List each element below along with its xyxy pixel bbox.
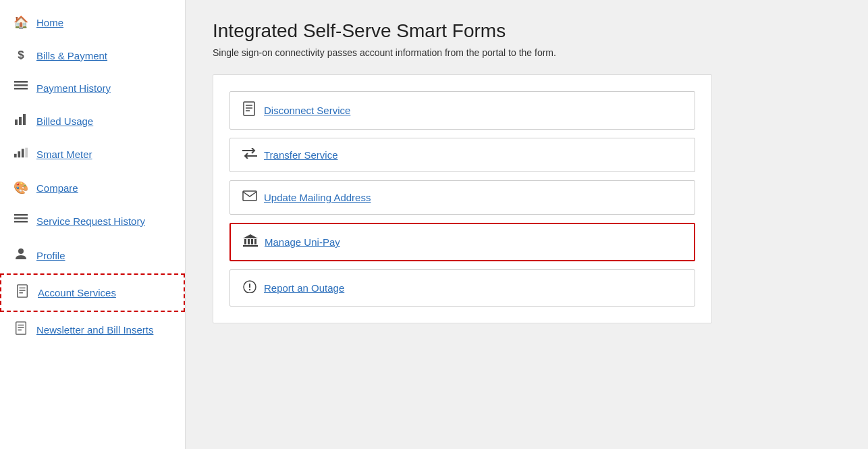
bank-icon <box>243 234 258 250</box>
update-mailing-button[interactable]: Update Mailing Address <box>229 180 695 215</box>
sidebar-item-label: Home <box>36 17 63 28</box>
sidebar-item-label: Smart Meter <box>36 149 92 160</box>
svg-rect-2 <box>14 88 28 90</box>
svg-rect-30 <box>251 239 253 244</box>
svg-rect-0 <box>14 81 28 83</box>
manage-uni-pay-label: Manage Uni-Pay <box>265 236 340 248</box>
signal-icon <box>13 147 28 161</box>
dollar-icon: $ <box>13 49 28 62</box>
svg-rect-22 <box>244 102 254 115</box>
svg-marker-27 <box>243 234 258 238</box>
home-icon: 🏠 <box>13 15 28 30</box>
svg-rect-32 <box>243 245 258 247</box>
disconnect-service-button[interactable]: Disconnect Service <box>229 91 695 130</box>
sidebar-item-label: Service Request History <box>36 215 145 227</box>
svg-rect-12 <box>14 221 28 223</box>
svg-rect-4 <box>19 117 22 125</box>
palette-icon: 🎨 <box>13 180 28 195</box>
svg-rect-7 <box>18 151 20 157</box>
sidebar-item-bills-payment[interactable]: $ Bills & Payment <box>0 39 185 72</box>
bar-chart-icon <box>13 114 28 128</box>
sidebar-item-label: Compare <box>36 182 78 194</box>
sidebar-item-label: Billed Usage <box>36 115 93 127</box>
sidebar-item-label: Payment History <box>36 82 111 94</box>
svg-rect-3 <box>15 120 18 125</box>
svg-rect-1 <box>14 84 28 86</box>
sidebar-item-compare[interactable]: 🎨 Compare <box>0 171 185 205</box>
sidebar-item-smart-meter[interactable]: Smart Meter <box>0 138 185 171</box>
page-title: Integrated Self-Serve Smart Forms <box>213 20 841 42</box>
svg-rect-6 <box>14 154 17 157</box>
sidebar-item-label: Newsletter and Bill Inserts <box>36 324 153 336</box>
disconnect-icon <box>242 101 257 120</box>
report-outage-button[interactable]: Report an Outage <box>229 269 695 307</box>
svg-point-35 <box>249 289 250 290</box>
update-mailing-label: Update Mailing Address <box>264 192 371 203</box>
list-icon <box>13 81 28 95</box>
svg-rect-10 <box>14 214 28 216</box>
warning-icon <box>242 280 257 296</box>
transfer-icon <box>242 148 257 162</box>
disconnect-service-label: Disconnect Service <box>264 105 350 116</box>
sidebar-item-payment-history[interactable]: Payment History <box>0 72 185 105</box>
sidebar: 🏠 Home $ Bills & Payment Payment History… <box>0 0 186 449</box>
main-content: Integrated Self-Serve Smart Forms Single… <box>186 0 868 449</box>
sidebar-item-label: Account Services <box>38 287 116 298</box>
sidebar-item-service-request-history[interactable]: Service Request History <box>0 205 185 238</box>
document-icon <box>15 284 30 301</box>
sidebar-item-label: Profile <box>36 250 65 261</box>
svg-rect-26 <box>243 191 256 201</box>
lines-icon <box>13 214 28 228</box>
svg-point-13 <box>18 248 24 254</box>
sidebar-item-newsletter[interactable]: Newsletter and Bill Inserts <box>0 312 185 348</box>
transfer-service-label: Transfer Service <box>264 149 337 161</box>
svg-rect-18 <box>16 322 26 334</box>
forms-container: Disconnect Service Transfer Service Upda… <box>213 74 712 323</box>
svg-rect-28 <box>244 239 246 244</box>
sidebar-item-label: Bills & Payment <box>36 50 107 61</box>
profile-icon <box>13 247 28 264</box>
envelope-icon <box>242 190 257 205</box>
svg-rect-9 <box>25 148 28 158</box>
svg-rect-31 <box>254 239 256 244</box>
sidebar-item-account-services[interactable]: Account Services <box>0 273 185 312</box>
svg-rect-5 <box>23 114 26 125</box>
sidebar-item-profile[interactable]: Profile <box>0 238 185 273</box>
svg-rect-29 <box>248 239 250 244</box>
svg-rect-11 <box>14 217 28 219</box>
manage-uni-pay-button[interactable]: Manage Uni-Pay <box>229 223 695 261</box>
sidebar-item-billed-usage[interactable]: Billed Usage <box>0 105 185 138</box>
sidebar-item-home[interactable]: 🏠 Home <box>0 5 185 39</box>
transfer-service-button[interactable]: Transfer Service <box>229 138 695 172</box>
report-outage-label: Report an Outage <box>264 282 344 294</box>
svg-rect-14 <box>18 285 28 297</box>
page-subtitle: Single sign-on connectivity passes accou… <box>213 47 841 58</box>
svg-rect-8 <box>22 149 24 158</box>
newsletter-icon <box>13 321 28 338</box>
